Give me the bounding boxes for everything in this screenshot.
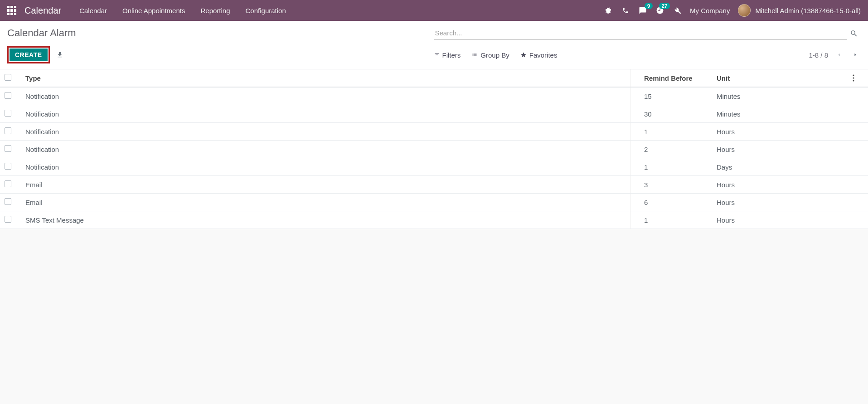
cell-unit: Hours: [712, 141, 848, 158]
row-checkbox-cell: [0, 158, 21, 176]
company-switcher[interactable]: My Company: [690, 7, 730, 15]
row-checkbox[interactable]: [5, 92, 11, 99]
create-button[interactable]: CREATE: [10, 49, 48, 61]
header-checkbox-cell: [0, 69, 21, 87]
control-panel: Calendar Alarm CREATE Filters Group By F…: [0, 21, 868, 69]
cell-type: Email: [21, 194, 630, 211]
list-view: Type Remind Before Unit Notification15Mi…: [0, 69, 868, 229]
kebab-icon: [853, 74, 854, 82]
cell-trailing: [848, 194, 868, 211]
row-checkbox[interactable]: [5, 198, 11, 205]
cell-spacer: [630, 176, 640, 194]
cell-spacer: [630, 194, 640, 211]
bug-icon[interactable]: [604, 6, 613, 15]
cell-type: Notification: [21, 105, 630, 123]
pager-prev-icon[interactable]: [834, 50, 844, 60]
cell-trailing: [848, 176, 868, 194]
cell-unit: Hours: [712, 123, 848, 141]
export-icon[interactable]: [54, 49, 65, 60]
cell-remind-before: 15: [640, 87, 712, 105]
top-navbar: Calendar Calendar Online Appointments Re…: [0, 0, 868, 21]
cell-trailing: [848, 123, 868, 141]
cell-spacer: [630, 105, 640, 123]
svg-point-2: [853, 80, 854, 81]
row-checkbox[interactable]: [5, 127, 11, 134]
search-input[interactable]: [435, 29, 847, 37]
search-icon[interactable]: [847, 28, 861, 39]
table-row[interactable]: SMS Text Message1Hours: [0, 211, 868, 229]
row-checkbox[interactable]: [5, 110, 11, 117]
table-row[interactable]: Notification15Minutes: [0, 87, 868, 105]
search-area: [434, 27, 861, 40]
phone-icon[interactable]: [621, 6, 630, 15]
table-row[interactable]: Email6Hours: [0, 194, 868, 211]
table-row[interactable]: Notification2Hours: [0, 141, 868, 158]
apps-icon[interactable]: [7, 6, 16, 15]
svg-point-0: [853, 74, 854, 76]
filters-label: Filters: [442, 51, 461, 59]
table-row[interactable]: Email3Hours: [0, 176, 868, 194]
cell-trailing: [848, 141, 868, 158]
cell-unit: Hours: [712, 194, 848, 211]
cell-type: Email: [21, 176, 630, 194]
activities-badge: 27: [659, 3, 670, 9]
cell-trailing: [848, 158, 868, 176]
select-all-checkbox[interactable]: [5, 74, 11, 81]
messages-icon[interactable]: 9: [638, 6, 647, 15]
cell-unit: Days: [712, 158, 848, 176]
cell-remind-before: 3: [640, 176, 712, 194]
main-menu: Calendar Online Appointments Reporting C…: [74, 4, 291, 17]
table-row[interactable]: Notification1Days: [0, 158, 868, 176]
app-brand[interactable]: Calendar: [24, 5, 61, 16]
user-menu[interactable]: Mitchell Admin (13887466-15-0-all): [738, 4, 861, 17]
star-icon: [520, 52, 527, 58]
header-remind[interactable]: Remind Before: [640, 69, 712, 87]
menu-reporting[interactable]: Reporting: [195, 4, 235, 17]
cell-unit: Hours: [712, 176, 848, 194]
row-checkbox[interactable]: [5, 163, 11, 170]
cell-unit: Minutes: [712, 87, 848, 105]
cp-buttons-left: CREATE: [7, 46, 434, 63]
row-checkbox-cell: [0, 87, 21, 105]
header-optional-columns[interactable]: [848, 69, 868, 87]
pager: 1-8 / 8: [809, 50, 861, 60]
favorites-label: Favorites: [529, 51, 558, 59]
groupby-button[interactable]: Group By: [471, 51, 509, 59]
row-checkbox[interactable]: [5, 216, 11, 223]
pager-next-icon[interactable]: [850, 50, 861, 60]
row-checkbox-cell: [0, 211, 21, 229]
menu-online-appointments[interactable]: Online Appointments: [117, 4, 190, 17]
cell-remind-before: 1: [640, 158, 712, 176]
avatar: [738, 4, 751, 17]
table-header-row: Type Remind Before Unit: [0, 69, 868, 87]
cell-unit: Hours: [712, 211, 848, 229]
cell-type: SMS Text Message: [21, 211, 630, 229]
search-input-wrap[interactable]: [434, 27, 848, 40]
cell-spacer: [630, 158, 640, 176]
menu-calendar[interactable]: Calendar: [74, 4, 112, 17]
svg-point-1: [853, 77, 854, 78]
row-checkbox-cell: [0, 105, 21, 123]
messages-badge: 9: [645, 3, 653, 9]
filters-button[interactable]: Filters: [434, 51, 461, 59]
alarm-table: Type Remind Before Unit Notification15Mi…: [0, 69, 868, 229]
activities-icon[interactable]: 27: [655, 6, 664, 15]
page-title: Calendar Alarm: [7, 27, 434, 40]
tools-icon[interactable]: [673, 6, 682, 15]
cell-type: Notification: [21, 158, 630, 176]
table-row[interactable]: Notification1Hours: [0, 123, 868, 141]
favorites-button[interactable]: Favorites: [520, 51, 558, 59]
row-checkbox-cell: [0, 141, 21, 158]
header-unit[interactable]: Unit: [712, 69, 848, 87]
pager-text[interactable]: 1-8 / 8: [809, 51, 828, 59]
row-checkbox-cell: [0, 123, 21, 141]
cell-spacer: [630, 211, 640, 229]
cell-type: Notification: [21, 141, 630, 158]
cell-trailing: [848, 211, 868, 229]
header-type[interactable]: Type: [21, 69, 630, 87]
table-row[interactable]: Notification30Minutes: [0, 105, 868, 123]
row-checkbox[interactable]: [5, 180, 11, 187]
user-name-label: Mitchell Admin (13887466-15-0-all): [755, 7, 861, 15]
menu-configuration[interactable]: Configuration: [240, 4, 291, 17]
row-checkbox[interactable]: [5, 145, 11, 152]
